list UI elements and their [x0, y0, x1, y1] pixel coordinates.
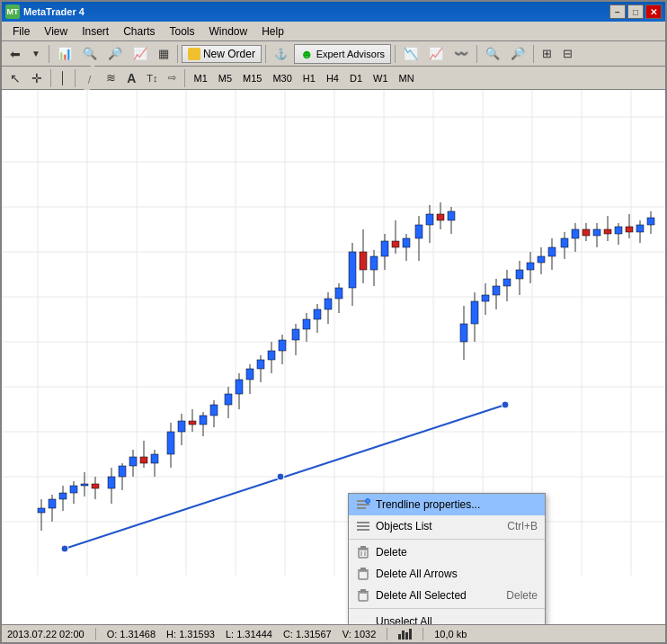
dropdown1-icon: ▼: [31, 49, 40, 58]
volume-bars-icon: [398, 629, 412, 640]
chart-type-icon: 📈: [133, 47, 147, 60]
tool-channel[interactable]: ≋: [102, 68, 120, 88]
ctx-delete-all-selected[interactable]: Delete All Selected Delete: [349, 585, 545, 606]
new-chart-icon: 📊: [58, 47, 72, 60]
svg-point-3: [366, 499, 370, 504]
menu-charts[interactable]: Charts: [116, 23, 162, 40]
svg-rect-5: [357, 525, 369, 527]
toolbar-anchor[interactable]: ⚓: [270, 44, 292, 64]
status-sep3: [422, 628, 423, 640]
menu-tools[interactable]: Tools: [163, 23, 202, 40]
tool-text-A[interactable]: A: [122, 68, 140, 88]
menu-help[interactable]: Help: [254, 23, 291, 40]
toolbar-signal1[interactable]: 📉: [399, 44, 422, 64]
toolbar-signal2[interactable]: 📈: [424, 44, 448, 64]
misc2-icon: ⊟: [563, 47, 573, 60]
toolbar-new-chart[interactable]: 📊: [53, 44, 76, 64]
ctx-unselect-all-label: Unselect All: [376, 615, 432, 624]
ctx-delete-all-arrows-label: Delete All Arrows: [376, 568, 458, 580]
close-button[interactable]: ✕: [645, 4, 662, 19]
sep4: [395, 45, 396, 63]
svg-rect-12: [360, 568, 366, 569]
delete-arrows-icon: [356, 567, 370, 581]
toolbar-zoom-in[interactable]: 🔍: [78, 44, 102, 64]
delete-icon: [356, 545, 370, 559]
tool-vertical-line[interactable]: │: [55, 68, 71, 88]
toolbar-signal3[interactable]: 〰️: [449, 44, 473, 64]
menu-insert[interactable]: Insert: [75, 23, 116, 40]
ctx-delete-all-selected-shortcut: Delete: [506, 589, 538, 602]
ctx-delete-all-selected-label: Delete All Selected: [376, 589, 467, 602]
menu-window[interactable]: Window: [202, 23, 255, 40]
maximize-button[interactable]: □: [627, 4, 644, 19]
tool-fib[interactable]: T↕: [142, 68, 162, 88]
svg-rect-6: [357, 529, 369, 531]
toolbar-main: ⬅ ▼ 📊 🔍 🔎 📈 ▦ New Order ⚓: [2, 41, 665, 67]
timeframe-mn[interactable]: MN: [395, 69, 419, 87]
status-low-value: L: 1.31444: [226, 629, 272, 640]
status-date-value: 2013.07.22 02:00: [7, 629, 84, 640]
delete-selected-icon: [356, 588, 370, 603]
menu-bar: File View Insert Charts Tools Window Hel…: [2, 22, 665, 41]
ctx-objects-list-shortcut: Ctrl+B: [507, 520, 538, 532]
sep1: [49, 45, 49, 63]
toolbar-zoom-b[interactable]: 🔎: [506, 44, 529, 64]
ctx-delete-all-arrows[interactable]: Delete All Arrows: [349, 563, 545, 585]
toolbar-misc1[interactable]: ⊞: [538, 44, 556, 64]
sep6: [533, 45, 534, 63]
timeframe-h1[interactable]: H1: [298, 69, 320, 87]
app-icon: MT: [5, 4, 20, 19]
sep5: [476, 45, 477, 63]
title-bar: MT MetaTrader 4 − □ ✕: [2, 2, 665, 22]
new-order-icon: [188, 48, 200, 60]
toolbar-zoom-out[interactable]: 🔎: [103, 44, 127, 64]
toolbar-back[interactable]: ⬅: [5, 44, 25, 64]
toolbar-chart-type[interactable]: 📈: [129, 44, 152, 64]
status-low: L: 1.31444: [226, 629, 272, 640]
toolbar-zoom-a[interactable]: 🔍: [481, 44, 504, 64]
tool-arrow2[interactable]: ⇨: [164, 68, 181, 88]
ctx-delete[interactable]: Delete: [349, 541, 545, 563]
grid-icon: ▦: [158, 47, 169, 60]
svg-rect-15: [360, 589, 366, 591]
timeframe-m30[interactable]: M30: [268, 69, 296, 87]
sep-t1: [50, 69, 51, 87]
tool-trendline[interactable]: ⟋: [76, 64, 103, 92]
list-icon: [356, 519, 370, 533]
signal1-icon: 📉: [404, 47, 418, 60]
menu-view[interactable]: View: [37, 23, 75, 40]
svg-rect-17: [359, 593, 368, 601]
toolbar-grid[interactable]: ▦: [154, 44, 173, 64]
title-controls: − □ ✕: [609, 4, 662, 19]
toolbar-dropdown1[interactable]: ▼: [27, 44, 45, 64]
title-bar-left: MT MetaTrader 4: [5, 4, 84, 19]
ctx-objects-list[interactable]: Objects List Ctrl+B: [349, 515, 545, 537]
window-title: MetaTrader 4: [23, 6, 84, 17]
svg-rect-14: [359, 571, 368, 579]
chart-area[interactable]: Trendline properties... Objects List Ctr…: [2, 90, 665, 624]
expert-advisors-button[interactable]: ☻ Expert Advisors: [294, 44, 391, 64]
timeframe-m5[interactable]: M5: [214, 69, 236, 87]
status-volume: V: 1032: [342, 629, 377, 640]
timeframe-m1[interactable]: M1: [189, 69, 211, 87]
ctx-trendline-properties[interactable]: Trendline properties...: [349, 494, 545, 515]
ctx-unselect-all[interactable]: Unselect All: [349, 611, 545, 624]
status-close-value: C: 1.31567: [283, 629, 332, 640]
timeframe-h4[interactable]: H4: [322, 69, 343, 87]
tool-crosshair[interactable]: ✛: [27, 68, 47, 88]
minimize-button[interactable]: −: [609, 4, 626, 19]
ctx-trendline-properties-label: Trendline properties...: [376, 498, 480, 511]
tool-arrow[interactable]: ↖: [5, 68, 25, 88]
ctx-delete-label: Delete: [376, 546, 407, 559]
main-window: MT MetaTrader 4 − □ ✕ File View Insert C…: [0, 0, 667, 644]
status-sep2: [387, 628, 387, 640]
new-order-button[interactable]: New Order: [182, 45, 262, 63]
timeframe-w1[interactable]: W1: [369, 69, 393, 87]
expert-advisors-label: Expert Advisors: [316, 49, 385, 59]
ctx-sep2: [349, 608, 545, 609]
timeframe-m15[interactable]: M15: [238, 69, 266, 87]
unselect-all-icon: [356, 614, 370, 624]
menu-file[interactable]: File: [5, 23, 37, 40]
timeframe-d1[interactable]: D1: [345, 69, 367, 87]
toolbar-misc2[interactable]: ⊟: [558, 44, 577, 64]
